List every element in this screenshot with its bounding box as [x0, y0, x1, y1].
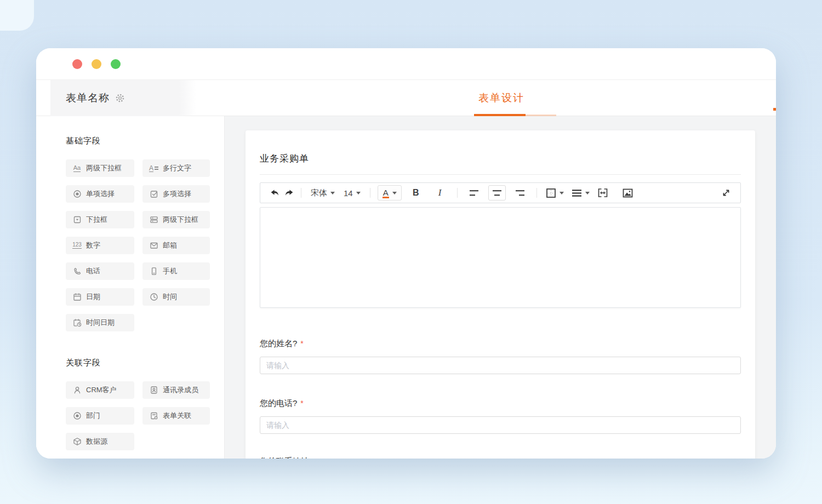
aa-text-icon: Aa	[72, 164, 82, 173]
section-title-linked-fields: 关联字段	[66, 358, 224, 368]
align-center-icon	[492, 190, 502, 197]
form-link-icon	[149, 411, 158, 421]
field-button-department[interactable]: 部门	[66, 407, 134, 425]
richtext-editor-content[interactable]	[260, 207, 741, 308]
insert-image-button[interactable]	[621, 185, 635, 201]
image-icon	[623, 188, 633, 198]
clipped-tab-indicator	[773, 108, 776, 111]
line-height-button[interactable]	[572, 185, 590, 201]
background-corner-shape	[0, 0, 34, 31]
align-right-icon	[515, 190, 525, 197]
undo-button[interactable]	[267, 185, 282, 201]
chevron-down-icon	[356, 192, 361, 194]
merge-cells-icon	[597, 188, 608, 198]
undo-icon	[270, 189, 279, 197]
font-color-icon: A	[383, 187, 389, 198]
form-title[interactable]: 业务采购单	[260, 130, 741, 165]
cascader-icon	[149, 215, 158, 225]
field-label-phone[interactable]: 您的电话?*	[260, 398, 741, 409]
table-icon	[546, 188, 556, 198]
merge-cells-button[interactable]	[597, 185, 614, 201]
line-height-icon	[572, 189, 582, 197]
align-left-button[interactable]	[465, 185, 483, 201]
field-button-email[interactable]: 邮箱	[142, 237, 210, 254]
email-icon	[149, 241, 158, 250]
name-input[interactable]	[260, 357, 741, 374]
insert-table-button[interactable]	[546, 185, 564, 201]
align-left-icon	[469, 190, 479, 197]
field-label-name[interactable]: 您的姓名?*	[260, 339, 741, 349]
dropdown-icon	[72, 215, 82, 225]
target-icon	[72, 411, 82, 421]
field-button-mobile[interactable]: 手机	[142, 262, 210, 280]
field-button-multiline-text[interactable]: A 多行文字	[142, 159, 210, 177]
form-name-label: 表单名称	[66, 91, 110, 105]
richtext-toolbar: 宋体 14 A B I	[260, 182, 741, 203]
redo-icon	[284, 189, 294, 197]
field-button-dropdown[interactable]: 下拉框	[66, 211, 134, 228]
toolbar-separator	[457, 188, 458, 198]
field-button-multi-choice[interactable]: 多项选择	[142, 185, 210, 203]
minimize-window-button[interactable]	[92, 59, 101, 69]
phone-input[interactable]	[260, 416, 741, 434]
field-button-single-choice[interactable]: 单项选择	[66, 185, 134, 203]
font-family-select[interactable]: 宋体	[306, 188, 339, 198]
bold-button[interactable]: B	[409, 185, 423, 201]
field-button-cascader-text[interactable]: Aa 两级下拉框	[66, 159, 134, 177]
field-button-form-link[interactable]: 表单关联	[142, 407, 210, 425]
toolbar-separator	[536, 188, 537, 198]
field-button-directory-member[interactable]: 通讯录成员	[142, 381, 210, 399]
section-title-basic-fields: 基础字段	[66, 136, 224, 146]
required-asterisk: *	[300, 339, 303, 348]
expand-icon	[722, 188, 730, 197]
font-color-button[interactable]: A	[378, 185, 402, 201]
phone-icon	[72, 267, 82, 276]
checkbox-icon	[149, 190, 158, 199]
toolbar-separator	[301, 188, 301, 198]
field-button-crm-customer[interactable]: CRM客户	[66, 381, 134, 399]
chevron-down-icon	[330, 192, 335, 194]
zoom-window-button[interactable]	[111, 59, 121, 69]
field-button-two-level-dropdown[interactable]: 两级下拉框	[142, 211, 210, 228]
multiline-text-icon: A	[149, 164, 158, 173]
required-asterisk: *	[317, 457, 319, 459]
field-button-data-source[interactable]: 数据源	[66, 433, 134, 450]
tab-form-design[interactable]: 表单设计	[469, 80, 534, 116]
gear-icon[interactable]	[115, 93, 125, 103]
calendar-clock-icon	[72, 318, 82, 328]
design-canvas: 业务采购单	[225, 116, 776, 459]
title-divider	[260, 174, 741, 175]
field-library-sidebar: 基础字段 Aa 两级下拉框 A 多行文字	[36, 116, 225, 459]
contact-card-icon	[149, 386, 158, 395]
tab-form-design-label: 表单设计	[478, 91, 524, 105]
field-button-datetime[interactable]: 时间日期	[66, 314, 134, 331]
field-label-address[interactable]: 您的联系地址?*	[260, 456, 741, 459]
number-123-icon: 123	[72, 241, 82, 250]
align-center-button[interactable]	[488, 185, 506, 201]
form-name-block[interactable]: 表单名称	[50, 80, 196, 116]
chevron-down-icon	[392, 192, 397, 194]
app-header: 表单名称 表单设计	[36, 80, 776, 116]
linked-fields-grid: CRM客户 通讯录成员	[66, 381, 210, 450]
radio-icon	[72, 190, 82, 199]
person-icon	[72, 386, 82, 395]
align-right-button[interactable]	[511, 185, 529, 201]
required-asterisk: *	[300, 399, 303, 408]
field-button-date[interactable]: 日期	[66, 288, 134, 306]
form-card: 业务采购单	[246, 130, 755, 459]
field-button-phone[interactable]: 电话	[66, 262, 134, 280]
italic-button[interactable]: I	[433, 185, 447, 201]
basic-fields-grid: Aa 两级下拉框 A 多行文字	[66, 159, 210, 331]
fullscreen-button[interactable]	[719, 185, 733, 201]
close-window-button[interactable]	[72, 59, 82, 69]
calendar-icon	[72, 293, 82, 302]
chevron-down-icon	[585, 192, 590, 194]
mobile-icon	[149, 267, 158, 276]
field-button-time[interactable]: 时间	[142, 288, 210, 306]
field-button-number[interactable]: 123 数字	[66, 237, 134, 254]
chevron-down-icon	[560, 192, 564, 194]
redo-button[interactable]	[282, 185, 296, 201]
window-body: 基础字段 Aa 两级下拉框 A 多行文字	[36, 116, 776, 459]
font-size-select[interactable]: 14	[339, 188, 365, 198]
cube-icon	[72, 437, 82, 446]
